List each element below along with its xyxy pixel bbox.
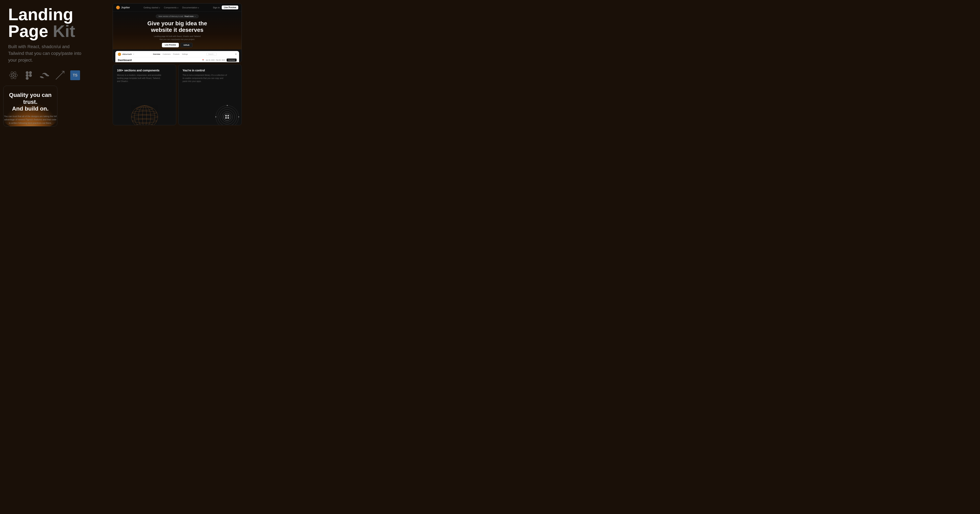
- svg-rect-29: [228, 117, 229, 119]
- dashboard-tabs: Overview Customers Products Settings: [153, 53, 188, 55]
- dashboard-header: Dashboard 📅 Jan 20, 2023 - Feb 09, 2023 …: [118, 59, 237, 62]
- subtitle: Built with React, shadcn/ui and Tailwind…: [8, 43, 86, 63]
- user-name: Alicia Koch: [122, 53, 132, 55]
- announcement-bar: New version of Mercury is out! Read more…: [156, 14, 199, 18]
- preview-hero: New version of Mercury is out! Read more…: [113, 12, 242, 49]
- dashboard-search[interactable]: Search...: [207, 52, 216, 56]
- user-avatar: [118, 52, 121, 56]
- quality-card-description: You can trust that all of the designs ar…: [3, 115, 57, 125]
- search-icon: ⚙: [235, 53, 237, 55]
- svg-rect-7: [29, 74, 32, 77]
- svg-point-3: [13, 75, 14, 76]
- date-range: 📅 Jan 20, 2023 - Feb 09, 2023 Download: [202, 59, 237, 62]
- globe-visualization: [130, 105, 159, 125]
- dashboard-user: Alicia Koch ▼: [118, 52, 134, 56]
- svg-point-18: [132, 119, 157, 122]
- dashboard-title: Dashboard: [118, 59, 132, 62]
- nav-getting-started[interactable]: Getting started: [143, 6, 160, 9]
- svg-point-12: [131, 106, 158, 125]
- hero-buttons: Live Preview Github: [117, 43, 237, 47]
- svg-point-17: [132, 111, 157, 114]
- right-panel: Jupiter Getting started Components Docum…: [113, 0, 245, 128]
- tab-settings[interactable]: Settings: [182, 53, 188, 55]
- react-icon: [8, 70, 19, 81]
- announcement-text: New version of Mercury is out!: [158, 15, 183, 17]
- feature-card-description: Mercury is a modern, responsive, and acc…: [117, 74, 162, 83]
- calendar-icon: 📅: [202, 59, 204, 61]
- bottom-cards: 100+ sections and components Mercury is …: [113, 65, 242, 125]
- svg-point-15: [143, 106, 146, 125]
- nav-signin[interactable]: Sign in: [213, 6, 220, 9]
- quality-card-title: Quality you can trust.And build on.: [3, 92, 57, 112]
- left-panel: Landing Page Kit Built with React, shadc…: [0, 0, 118, 128]
- download-button[interactable]: Download: [227, 59, 237, 62]
- feature-card-title: You're in control: [183, 69, 237, 72]
- svg-point-30: [227, 105, 228, 106]
- main-title: Landing Page Kit: [8, 6, 110, 40]
- tab-overview[interactable]: Overview: [153, 53, 160, 55]
- nav-logo: Jupiter: [116, 6, 130, 10]
- date-range-text: Jan 20, 2023 - Feb 09, 2023: [205, 59, 225, 61]
- quality-card: Quality you can trust.And build on. You …: [3, 86, 57, 127]
- svg-point-14: [138, 106, 151, 125]
- nav-links: Getting started Components Documentation: [143, 6, 199, 9]
- feature-card-title: 100+ sections and components: [117, 69, 172, 72]
- nav-right: Sign in Live Preview: [213, 5, 238, 10]
- hero-live-preview-button[interactable]: Live Preview: [162, 43, 179, 47]
- tab-products[interactable]: Products: [173, 53, 180, 55]
- svg-point-16: [131, 115, 158, 119]
- nav-documentation[interactable]: Documentation: [182, 6, 199, 9]
- preview-window: Jupiter Getting started Components Docum…: [113, 3, 242, 62]
- svg-line-9: [56, 71, 64, 79]
- feature-card-control: You're in control This is not a componen…: [178, 65, 242, 125]
- tech-icons: TS: [8, 70, 110, 81]
- svg-rect-27: [228, 115, 229, 116]
- nav-logo-text: Jupiter: [121, 6, 130, 9]
- svg-point-23: [220, 109, 235, 124]
- svg-point-21: [216, 105, 239, 125]
- hero-subtitle: Landing page kit built with React, Shadc…: [117, 35, 237, 41]
- figma-icon: [24, 70, 34, 81]
- svg-point-31: [238, 116, 239, 117]
- tailwind-icon: [39, 70, 50, 81]
- svg-rect-5: [29, 71, 32, 74]
- svg-rect-28: [225, 117, 227, 119]
- nav-components[interactable]: Components: [164, 6, 179, 9]
- hero-github-button[interactable]: Github: [180, 43, 192, 47]
- svg-rect-6: [26, 74, 29, 77]
- preview-nav: Jupiter Getting started Components Docum…: [113, 3, 242, 12]
- feature-card-description: This is not a component library. It's a …: [183, 74, 228, 83]
- svg-point-33: [215, 116, 216, 117]
- control-visualization: [215, 105, 237, 125]
- hero-title: Give your big idea thewebsite it deserve…: [117, 20, 237, 33]
- nav-live-preview-button[interactable]: Live Preview: [222, 5, 238, 10]
- svg-point-22: [218, 108, 237, 125]
- typescript-icon: TS: [70, 70, 80, 80]
- pen-tool-icon: [55, 70, 65, 81]
- dashboard-preview: Alicia Koch ▼ Overview Customers Product…: [115, 51, 239, 62]
- title-part2: Kit: [53, 22, 75, 40]
- search-placeholder: Search...: [208, 53, 215, 55]
- dashboard-nav: Alicia Koch ▼ Overview Customers Product…: [118, 52, 237, 57]
- svg-rect-26: [225, 115, 227, 116]
- svg-rect-8: [26, 77, 29, 80]
- svg-point-19: [136, 107, 153, 110]
- svg-point-20: [136, 124, 153, 125]
- announcement-link[interactable]: Read more →: [185, 15, 196, 17]
- logo-circle: [116, 6, 120, 10]
- svg-point-25: [224, 113, 231, 121]
- svg-rect-4: [26, 71, 29, 74]
- feature-card-sections: 100+ sections and components Mercury is …: [113, 65, 176, 125]
- tab-customers[interactable]: Customers: [163, 53, 171, 55]
